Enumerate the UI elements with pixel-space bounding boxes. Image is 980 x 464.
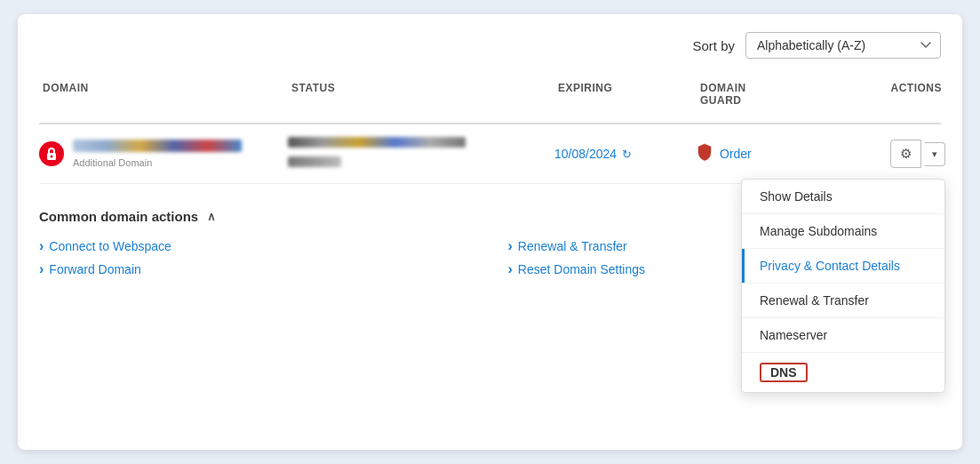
expiry-date: 10/08/2024 — [554, 147, 617, 161]
domain-type: Additional Domain — [73, 157, 242, 168]
gear-caret-button[interactable]: ▾ — [925, 142, 945, 166]
main-card: Sort by Alphabetically (A-Z) Alphabetica… — [18, 14, 962, 450]
dropdown-item-privacy[interactable]: Privacy & Contact Details — [742, 249, 944, 284]
status-blur-1 — [288, 137, 466, 148]
actions-cell: ⚙ ▾ Show Details Manage Subdomains Priva… — [839, 140, 945, 168]
action-connect-webspace[interactable]: Connect to Webspace — [39, 238, 473, 254]
sort-select[interactable]: Alphabetically (A-Z) Alphabetically (Z-A… — [745, 32, 941, 59]
sort-label: Sort by — [692, 38, 735, 53]
guard-cell: Order — [697, 143, 839, 164]
dropdown-item-renewal[interactable]: Renewal & Transfer — [742, 284, 944, 318]
status-blur-2 — [288, 156, 341, 167]
actions-dropdown: Show Details Manage Subdomains Privacy &… — [741, 179, 945, 393]
top-bar: Sort by Alphabetically (A-Z) Alphabetica… — [39, 32, 941, 59]
gear-button[interactable]: ⚙ — [890, 140, 921, 168]
col-actions: ACTIONS — [839, 75, 945, 114]
refresh-icon[interactable]: ↻ — [622, 148, 632, 161]
domain-name-blurred — [73, 140, 242, 152]
order-link[interactable]: Order — [720, 147, 752, 161]
shield-icon — [697, 143, 713, 164]
dropdown-item-dns[interactable]: DNS — [742, 353, 944, 392]
table-row: Additional Domain 10/08/2024 ↻ Order ⚙ — [39, 124, 941, 184]
domain-cell: Additional Domain — [39, 140, 288, 168]
dropdown-item-nameserver[interactable]: Nameserver — [742, 318, 944, 353]
lock-icon — [39, 141, 64, 166]
gear-icon: ⚙ — [900, 146, 912, 162]
expiring-cell: 10/08/2024 ↻ — [554, 147, 697, 161]
col-guard: DOMAINGUARD — [697, 75, 839, 114]
status-cell — [288, 137, 554, 171]
col-status: STATUS — [288, 75, 554, 114]
dns-label: DNS — [760, 363, 808, 382]
table-header: DOMAIN STATUS EXPIRING DOMAINGUARD ACTIO… — [39, 75, 941, 124]
col-domain: DOMAIN — [39, 75, 288, 114]
chevron-up-icon[interactable]: ∧ — [207, 210, 216, 223]
dropdown-item-manage-subdomains[interactable]: Manage Subdomains — [742, 214, 944, 249]
svg-point-1 — [51, 156, 53, 158]
common-actions-title: Common domain actions — [39, 209, 198, 224]
col-expiring: EXPIRING — [554, 75, 697, 114]
dropdown-item-show-details[interactable]: Show Details — [742, 180, 944, 214]
domain-info: Additional Domain — [73, 140, 242, 168]
action-forward-domain[interactable]: Forward Domain — [39, 261, 473, 277]
